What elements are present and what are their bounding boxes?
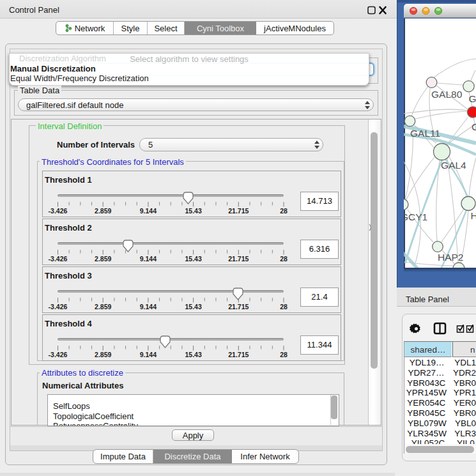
svg-text:HAP2: HAP2 — [438, 252, 464, 263]
svg-text:H: H — [471, 210, 476, 221]
svg-text:GAL11: GAL11 — [410, 128, 440, 139]
svg-text:GAL80: GAL80 — [431, 89, 463, 100]
svg-text:CY: CY — [472, 121, 476, 132]
svg-text:GCY1: GCY1 — [404, 211, 427, 222]
svg-text:GA: GA — [469, 93, 476, 104]
svg-text:GAL4: GAL4 — [441, 160, 466, 171]
